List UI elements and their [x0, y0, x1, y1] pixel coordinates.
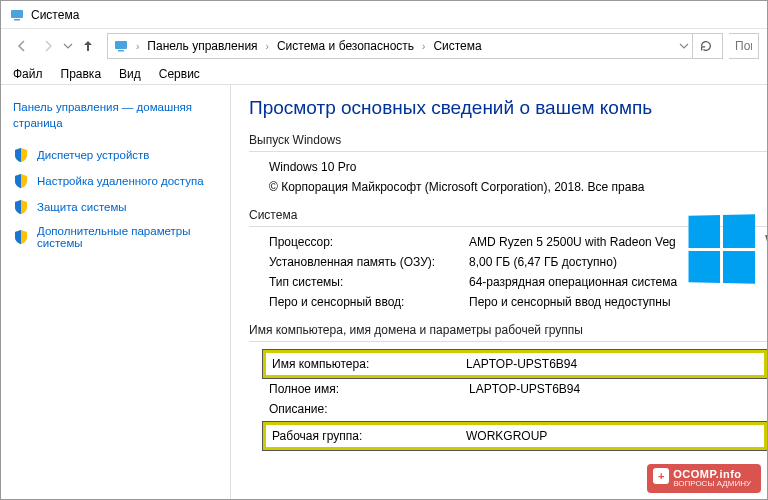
recent-dropdown[interactable] — [61, 33, 75, 59]
breadcrumb[interactable]: › Панель управления › Система и безопасн… — [107, 33, 723, 59]
sidebar-item-device-manager[interactable]: Диспетчер устройств — [13, 147, 218, 163]
value-description — [469, 402, 767, 416]
plus-icon: + — [653, 468, 669, 484]
value-pen-touch: Перо и сенсорный ввод недоступны — [469, 295, 767, 309]
sidebar-item-label[interactable]: Защита системы — [37, 201, 127, 213]
computer-icon — [112, 38, 130, 54]
system-icon — [9, 7, 25, 23]
copyright-text: © Корпорация Майкрософт (Microsoft Corpo… — [269, 180, 767, 194]
sidebar-item-advanced[interactable]: Дополнительные параметры системы — [13, 225, 218, 249]
value-computer-name: LAPTOP-UPST6B94 — [466, 357, 577, 371]
shield-icon — [13, 199, 29, 215]
windows-edition: Windows 10 Pro — [269, 160, 767, 174]
shield-icon — [13, 147, 29, 163]
sidebar-item-label[interactable]: Настройка удаленного доступа — [37, 175, 204, 187]
label-system-type: Тип системы: — [269, 275, 469, 289]
svg-rect-3 — [118, 50, 124, 52]
breadcrumb-item[interactable]: Система и безопасность — [275, 39, 416, 53]
label-description: Описание: — [269, 402, 469, 416]
sidebar-item-remote[interactable]: Настройка удаленного доступа — [13, 173, 218, 189]
label-ram: Установленная память (ОЗУ): — [269, 255, 469, 269]
breadcrumb-item[interactable]: Система — [431, 39, 483, 53]
svg-rect-2 — [115, 41, 127, 49]
section-computer-name: Имя компьютера, имя домена и параметры р… — [249, 323, 767, 342]
search-input[interactable] — [735, 39, 752, 53]
windows-logo-text: Wi — [765, 228, 767, 270]
chevron-right-icon: › — [130, 41, 145, 52]
chevron-down-icon[interactable] — [676, 33, 692, 59]
chevron-right-icon: › — [416, 41, 431, 52]
windows-logo: Wi — [687, 215, 767, 283]
breadcrumb-item[interactable]: Панель управления — [145, 39, 259, 53]
watermark-line2: ВОПРОСЫ АДМИНУ — [673, 480, 751, 489]
control-panel-home-link[interactable]: Панель управления — домашняя страница — [13, 99, 218, 131]
page-title: Просмотр основных сведений о вашем компь — [249, 97, 767, 119]
label-computer-name: Имя компьютера: — [272, 357, 466, 371]
sidebar: Панель управления — домашняя страница Ди… — [1, 85, 231, 499]
watermark-badge: + OCOMP.info ВОПРОСЫ АДМИНУ — [647, 464, 761, 493]
shield-icon — [13, 173, 29, 189]
up-button[interactable] — [75, 33, 101, 59]
value-workgroup: WORKGROUP — [466, 429, 547, 443]
label-pen-touch: Перо и сенсорный ввод: — [269, 295, 469, 309]
section-windows-edition: Выпуск Windows — [249, 133, 767, 152]
menu-edit[interactable]: Правка — [59, 65, 104, 83]
title-bar: Система — [1, 1, 767, 29]
menu-bar: Файл Правка Вид Сервис — [1, 63, 767, 85]
highlight-workgroup: Рабочая группа: WORKGROUP — [263, 422, 767, 450]
sidebar-item-label[interactable]: Диспетчер устройств — [37, 149, 149, 161]
sidebar-item-protection[interactable]: Защита системы — [13, 199, 218, 215]
value-full-name: LAPTOP-UPST6B94 — [469, 382, 767, 396]
svg-rect-1 — [14, 19, 20, 21]
menu-tools[interactable]: Сервис — [157, 65, 202, 83]
window-title: Система — [31, 8, 79, 22]
svg-rect-0 — [11, 10, 23, 18]
highlight-computer-name: Имя компьютера: LAPTOP-UPST6B94 — [263, 350, 767, 378]
back-button[interactable] — [9, 33, 35, 59]
menu-file[interactable]: Файл — [11, 65, 45, 83]
search-box[interactable] — [729, 33, 759, 59]
label-full-name: Полное имя: — [269, 382, 469, 396]
address-bar: › Панель управления › Система и безопасн… — [1, 29, 767, 63]
refresh-button[interactable] — [692, 33, 718, 59]
content-area: Просмотр основных сведений о вашем компь… — [231, 85, 767, 499]
label-workgroup: Рабочая группа: — [272, 429, 466, 443]
chevron-right-icon: › — [260, 41, 275, 52]
sidebar-item-label[interactable]: Дополнительные параметры системы — [37, 225, 218, 249]
menu-view[interactable]: Вид — [117, 65, 143, 83]
forward-button[interactable] — [35, 33, 61, 59]
shield-icon — [13, 229, 29, 245]
label-processor: Процессор: — [269, 235, 469, 249]
